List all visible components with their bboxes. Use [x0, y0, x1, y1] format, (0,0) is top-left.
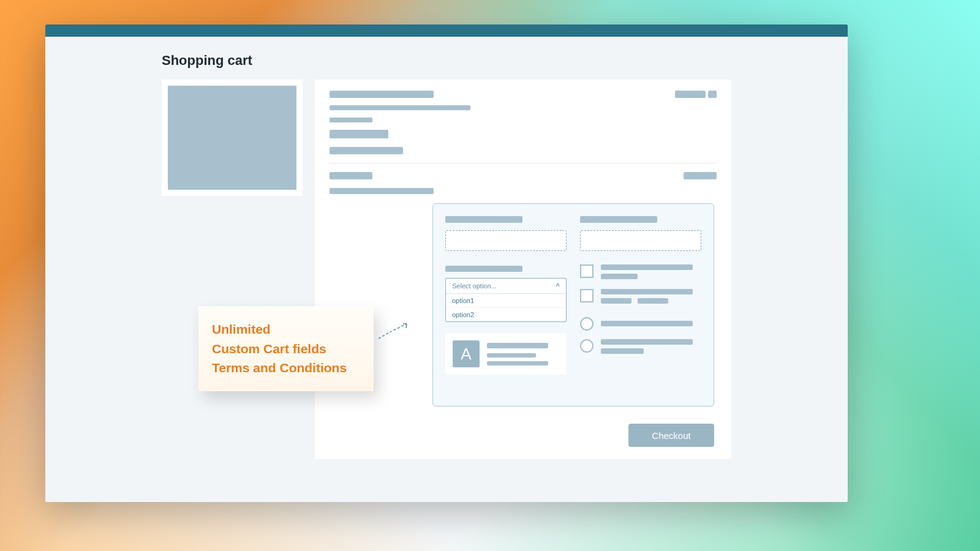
- field-label-placeholder: [445, 216, 522, 223]
- callout-line-2: Custom Cart fields: [212, 339, 360, 359]
- checkbox-option-1[interactable]: [580, 264, 701, 279]
- select-header[interactable]: Select option... ^: [446, 279, 566, 294]
- select-option-1[interactable]: option1: [446, 294, 566, 307]
- callout-line-3: Terms and Conditions: [212, 358, 360, 378]
- custom-fields-panel: Select option... ^ option1 option2 A: [432, 203, 714, 407]
- product-details-card: Select option... ^ option1 option2 A: [315, 80, 731, 459]
- placeholder-text: [330, 105, 470, 110]
- select-option-2[interactable]: option2: [446, 307, 566, 321]
- radio-icon[interactable]: [580, 317, 594, 331]
- placeholder-text: [330, 147, 403, 154]
- divider: [330, 163, 717, 163]
- cart-row: Select option... ^ option1 option2 A: [162, 80, 731, 459]
- page-content: Shopping cart: [45, 37, 848, 459]
- top-bar: [45, 24, 848, 37]
- callout-line-1: Unlimited: [212, 320, 360, 339]
- select-placeholder: Select option...: [452, 282, 497, 290]
- field-label-placeholder: [445, 266, 522, 272]
- placeholder-text: [487, 353, 536, 358]
- placeholder-text: [330, 118, 372, 122]
- select-dropdown[interactable]: Select option... ^ option1 option2: [445, 278, 567, 322]
- upload-icon: A: [453, 340, 480, 367]
- subtotal-row: [330, 172, 717, 179]
- upload-card[interactable]: A: [445, 333, 567, 375]
- field-label-placeholder: [580, 216, 657, 223]
- placeholder-text: [487, 361, 548, 365]
- detail-line-1: [330, 91, 717, 98]
- chevron-up-icon: ^: [556, 282, 560, 290]
- checkbox-icon[interactable]: [580, 264, 594, 278]
- text-input-2[interactable]: [580, 230, 701, 251]
- app-window: Shopping cart: [45, 24, 848, 502]
- placeholder-text: [330, 130, 388, 138]
- checkbox-option-2[interactable]: [580, 289, 701, 304]
- product-thumbnail-card: [162, 80, 303, 196]
- arrow-icon: [376, 320, 413, 341]
- radio-option-1[interactable]: [580, 317, 701, 331]
- price-placeholder: [675, 91, 717, 98]
- product-thumbnail: [168, 86, 296, 190]
- checkbox-icon[interactable]: [580, 289, 594, 302]
- feature-callout: Unlimited Custom Cart fields Terms and C…: [198, 306, 374, 391]
- placeholder-text: [330, 91, 434, 98]
- placeholder-text: [330, 188, 434, 194]
- placeholder-text: [684, 172, 717, 179]
- text-input-1[interactable]: [445, 230, 567, 251]
- checkout-button[interactable]: Checkout: [628, 424, 714, 447]
- page-title: Shopping cart: [162, 53, 731, 69]
- radio-icon[interactable]: [580, 339, 594, 353]
- placeholder-text: [330, 172, 372, 179]
- radio-option-2[interactable]: [580, 339, 701, 354]
- placeholder-text: [487, 343, 548, 348]
